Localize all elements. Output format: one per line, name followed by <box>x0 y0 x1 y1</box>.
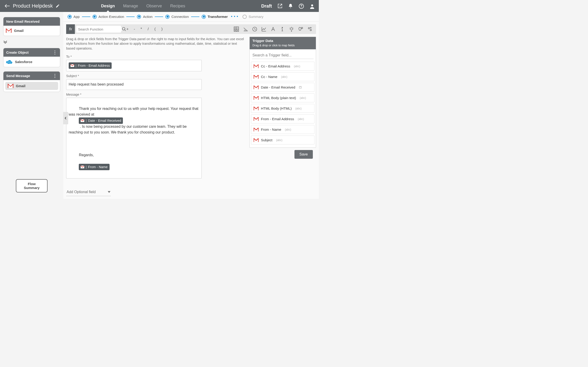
svg-rect-12 <box>13 84 13 88</box>
wizard-stepper: App Action Execution Action Connection T… <box>63 12 319 22</box>
nav-observe[interactable]: Observe <box>146 0 162 12</box>
stepper-separator <box>82 17 90 17</box>
svg-rect-58 <box>299 86 302 89</box>
message-label: Message * <box>66 93 245 96</box>
stepper-action-execution[interactable]: Action Execution <box>93 15 124 19</box>
flow-step-trigger[interactable]: New Email Received Gmail <box>3 17 60 36</box>
flow-summary-button[interactable]: Flow Summary <box>16 179 48 192</box>
salesforce-icon: salesforce <box>6 59 13 64</box>
trigger-search-input[interactable] <box>252 52 313 59</box>
trigger-field-item[interactable]: Cc - Name(abc) <box>251 72 314 81</box>
main-nav: Design Manage Observe Recipes <box>69 0 261 12</box>
op-plus[interactable]: + <box>124 26 131 32</box>
gmail-icon <box>6 28 12 33</box>
to-field[interactable]: |From - Email Address <box>66 60 202 71</box>
stepper-connection[interactable]: Connection <box>165 15 189 19</box>
trigger-field-label: From - Email Address <box>261 117 294 121</box>
op-lparen[interactable]: ( <box>152 26 158 32</box>
gmail-icon <box>254 117 259 121</box>
trigger-subtitle: Drag & drop or click to map fields <box>252 44 295 47</box>
svg-rect-69 <box>254 117 254 121</box>
stepper-summary[interactable]: Summary <box>242 15 263 19</box>
bell-icon[interactable] <box>288 3 293 8</box>
trigger-field-label: Subject <box>261 138 272 142</box>
top-bar: Product Helpdesk Design Manage Observe R… <box>0 0 319 12</box>
save-button[interactable]: Save <box>294 150 313 159</box>
subject-field[interactable]: Help request has been processed <box>66 79 202 90</box>
stepper-separator <box>155 17 163 17</box>
trigger-field-item[interactable]: Date - Email Received <box>251 83 314 92</box>
trigger-field-item[interactable]: From - Email Address(abc) <box>251 115 314 123</box>
svg-rect-63 <box>254 96 254 100</box>
stepper-app[interactable]: App <box>68 15 80 19</box>
flow-step-app: Gmail <box>14 29 24 33</box>
chip-from-email[interactable]: |From - Email Address <box>69 62 112 69</box>
function-search-input[interactable] <box>78 27 122 31</box>
status-badge: Draft <box>261 3 272 9</box>
math-ops-icon[interactable] <box>233 26 239 32</box>
function-search[interactable] <box>76 26 121 33</box>
ai-icon[interactable] <box>298 26 304 32</box>
calendar-icon <box>299 86 302 89</box>
op-minus[interactable]: - <box>131 26 138 32</box>
message-field[interactable]: Thank you for reaching out to us with yo… <box>66 98 202 178</box>
back-icon[interactable] <box>5 4 10 8</box>
chart-icon[interactable] <box>261 26 267 32</box>
edit-title-icon[interactable] <box>56 4 60 8</box>
gmail-icon <box>8 84 14 88</box>
svg-rect-72 <box>254 128 254 131</box>
info-icon[interactable] <box>279 26 285 32</box>
stepper-separator <box>126 17 135 17</box>
page-title: Product Helpdesk <box>13 3 53 9</box>
step-menu-icon[interactable]: ⋮ <box>52 74 57 77</box>
chip-date-received[interactable]: |Date - Email Received <box>79 117 123 124</box>
angle-icon[interactable] <box>242 26 249 32</box>
flow-step-title: Send Message <box>6 74 30 78</box>
svg-point-31 <box>290 28 293 30</box>
nav-recipes[interactable]: Recipes <box>170 0 185 12</box>
trigger-field-item[interactable]: Subject(abc) <box>251 135 314 144</box>
flow-step-app: Gmail <box>16 84 26 88</box>
user-icon[interactable] <box>309 3 314 8</box>
svg-rect-54 <box>258 75 259 79</box>
text-icon[interactable] <box>270 26 276 32</box>
type-badge: (abc) <box>285 128 291 131</box>
svg-rect-64 <box>258 96 259 100</box>
type-badge: (abc) <box>276 139 282 142</box>
nav-design[interactable]: Design <box>101 0 115 12</box>
flow-step-send-message[interactable]: Send Message⋮ Gmail <box>3 71 60 92</box>
stepper-action[interactable]: Action <box>137 15 153 19</box>
clock-icon[interactable] <box>252 26 258 32</box>
collapse-sidebar-handle[interactable] <box>63 112 68 124</box>
trigger-field-label: Cc - Name <box>261 75 277 79</box>
flow-arrow-icon <box>3 40 60 44</box>
flow-step-create-object[interactable]: Create Object⋮ salesforce Salesforce <box>3 48 60 67</box>
svg-line-37 <box>290 27 290 28</box>
svg-marker-48 <box>108 191 111 193</box>
settings-gears-icon[interactable] <box>307 26 313 32</box>
open-external-icon[interactable] <box>277 3 283 8</box>
svg-rect-51 <box>258 65 259 68</box>
nav-manage[interactable]: Manage <box>123 0 138 12</box>
fx-button[interactable]: fx <box>66 24 75 34</box>
trigger-field-item[interactable]: HTML Body (plain text)(abc) <box>251 93 314 102</box>
trigger-field-label: From - Name <box>261 127 281 131</box>
op-times[interactable]: * <box>138 26 145 32</box>
step-menu-icon[interactable]: ⋮ <box>52 51 57 54</box>
svg-rect-50 <box>254 65 254 68</box>
svg-point-44 <box>310 27 311 28</box>
svg-rect-75 <box>254 138 254 142</box>
trigger-field-item[interactable]: Cc - Email Address(abc) <box>251 62 314 71</box>
trigger-field-item[interactable]: From - Name(abc) <box>251 125 314 134</box>
stepper-transformer[interactable]: Transformer <box>202 15 228 19</box>
op-rparen[interactable]: ) <box>159 26 165 32</box>
lightbulb-icon[interactable] <box>288 26 294 32</box>
trigger-field-item[interactable]: HTML Body (HTML)(abc) <box>251 104 314 113</box>
add-optional-field[interactable]: Add Optional field <box>66 188 111 196</box>
trigger-title: Trigger Data <box>252 39 313 43</box>
op-divide[interactable]: / <box>145 26 151 32</box>
chip-from-name[interactable]: |From - Name <box>79 164 109 170</box>
function-bar: fx + - * / ( ) <box>66 24 316 34</box>
flow-step-app: Salesforce <box>15 60 32 64</box>
help-icon[interactable] <box>299 3 304 8</box>
